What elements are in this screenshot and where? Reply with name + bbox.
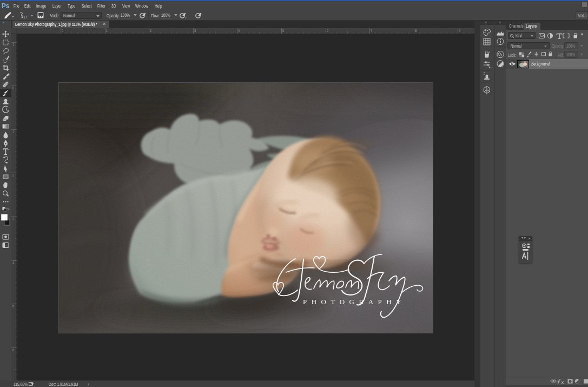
- svg-text:Ps: Ps: [2, 2, 9, 10]
- svg-text:417: 417: [21, 15, 27, 19]
- svg-text:PHOTOGRAPHY: PHOTOGRAPHY: [303, 298, 406, 306]
